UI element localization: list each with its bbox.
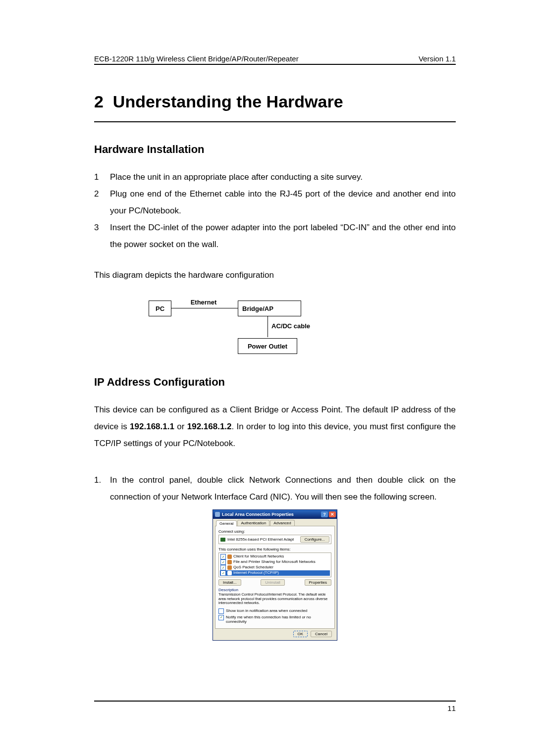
step-2: 2 Plug one end of the Ethernet cable int…	[94, 186, 456, 219]
lan-properties-dialog: Local Area Connection Properties ? ✕ Gen…	[213, 509, 337, 641]
page-header: ECB-1220R 11b/g Wireless Client Bridge/A…	[94, 54, 456, 65]
service-icon	[227, 554, 232, 559]
network-icon	[215, 512, 220, 517]
service-icon	[227, 560, 232, 564]
list-item[interactable]: ✓ Client for Microsoft Networks	[220, 554, 330, 559]
uninstall-button[interactable]: Uninstall	[261, 579, 285, 586]
tab-general[interactable]: General	[216, 520, 237, 526]
ip-step-1: 1. In the control panel, double click Ne…	[94, 472, 456, 505]
cancel-button[interactable]: Cancel	[311, 631, 332, 637]
service-icon	[227, 571, 232, 575]
nic-icon	[220, 538, 225, 542]
show-icon-option[interactable]: Show icon in notification area when conn…	[218, 608, 331, 614]
step-text: Place the unit in an appropriate place a…	[110, 169, 456, 186]
install-button[interactable]: Install...	[218, 579, 241, 586]
diagram-label-ethernet: Ethernet	[181, 299, 226, 306]
section-ip-config: IP Address Configuration	[94, 376, 456, 389]
step-num: 1	[94, 169, 110, 186]
ip-intro-p2: or	[174, 422, 187, 431]
description-text: Transmission Control Protocol/Internet P…	[218, 593, 331, 605]
list-item[interactable]: ✓ Internet Protocol (TCP/IP)	[220, 570, 330, 576]
tab-authentication[interactable]: Authentication	[237, 520, 269, 526]
step-num: 3	[94, 219, 110, 253]
chapter-text: Understanding the Hardware	[113, 92, 343, 111]
checkbox-icon[interactable]: ✓	[218, 615, 224, 620]
chapter-title: 2 Understanding the Hardware	[94, 92, 456, 122]
configure-button[interactable]: Configure...	[300, 536, 329, 543]
step-num: 2	[94, 186, 110, 219]
option-label: Show icon in notification area when conn…	[226, 608, 308, 613]
item-label: Internet Protocol (TCP/IP)	[233, 570, 279, 575]
ip1: 192.168.1.1	[130, 422, 174, 431]
header-right: Version 1.1	[419, 54, 456, 63]
properties-button[interactable]: Properties	[305, 579, 331, 586]
checkbox-icon[interactable]	[218, 608, 224, 614]
diagram-connector	[171, 308, 238, 308]
ip-intro: This device can be configured as a Clien…	[94, 402, 456, 452]
connect-using-label: Connect using:	[218, 529, 331, 534]
dialog-title: Local Area Connection Properties	[222, 512, 294, 517]
item-label: File and Printer Sharing for Microsoft N…	[233, 559, 316, 564]
checkbox-icon[interactable]: ✓	[220, 570, 226, 576]
description-heading: Description	[218, 588, 331, 592]
footer-rule	[94, 701, 456, 702]
diagram-box-outlet: Power Outlet	[238, 338, 297, 354]
option-label: Notify me when this connection has limit…	[226, 615, 331, 624]
diagram-box-bridge: Bridge/AP	[238, 301, 301, 316]
step-3: 3 Insert the DC-inlet of the power adapt…	[94, 219, 456, 253]
checkbox-icon[interactable]: ✓	[220, 559, 226, 565]
ip2: 192.168.1.2	[187, 422, 232, 431]
list-item[interactable]: ✓ File and Printer Sharing for Microsoft…	[220, 559, 330, 565]
dialog-tabs: General Authentication Advanced	[215, 520, 335, 526]
service-icon	[227, 565, 232, 570]
diagram-box-pc: PC	[149, 301, 171, 316]
close-button[interactable]: ✕	[329, 511, 336, 517]
step-text: In the control panel, double click Netwo…	[110, 472, 456, 505]
step-1: 1 Place the unit in an appropriate place…	[94, 169, 456, 186]
step-num: 1.	[94, 472, 110, 505]
items-list[interactable]: ✓ Client for Microsoft Networks ✓ File a…	[218, 553, 331, 577]
step-text: Plug one end of the Ethernet cable into …	[110, 186, 456, 219]
ok-button[interactable]: OK	[293, 631, 308, 637]
document-page: ECB-1220R 11b/g Wireless Client Bridge/A…	[0, 0, 535, 756]
help-button[interactable]: ?	[321, 511, 328, 517]
item-label: QoS Packet Scheduler	[233, 565, 273, 570]
diagram-label-acdc: AC/DC cable	[271, 322, 326, 330]
diagram-connector	[268, 316, 268, 337]
step-text: Insert the DC-inlet of the power adapter…	[110, 219, 456, 253]
header-left: ECB-1220R 11b/g Wireless Client Bridge/A…	[94, 54, 299, 63]
page-number: 11	[447, 704, 456, 712]
diagram-caption: This diagram depicts the hardware config…	[94, 267, 456, 284]
item-label: Client for Microsoft Networks	[233, 554, 284, 559]
list-item[interactable]: ✓ QoS Packet Scheduler	[220, 565, 330, 570]
tab-advanced[interactable]: Advanced	[270, 520, 295, 526]
checkbox-icon[interactable]: ✓	[220, 554, 226, 559]
checkbox-icon[interactable]: ✓	[220, 565, 226, 570]
adapter-row: Intel 8255x-based PCI Ethernet Adapt Con…	[218, 535, 331, 544]
adapter-name: Intel 8255x-based PCI Ethernet Adapt	[227, 537, 294, 542]
chapter-number: 2	[94, 92, 104, 111]
dialog-titlebar[interactable]: Local Area Connection Properties ? ✕	[213, 510, 337, 519]
section-hw-install: Hardware Installation	[94, 143, 456, 156]
hw-diagram: PC Ethernet Bridge/AP AC/DC cable Power …	[94, 296, 456, 361]
uses-label: This connection uses the following items…	[218, 547, 331, 552]
tab-panel: Connect using: Intel 8255x-based PCI Eth…	[215, 526, 335, 629]
notify-option[interactable]: ✓ Notify me when this connection has lim…	[218, 615, 331, 624]
